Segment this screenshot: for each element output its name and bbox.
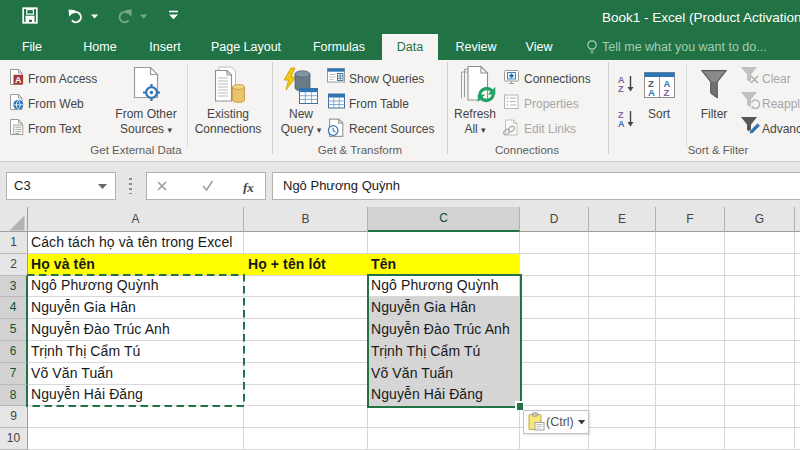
svg-text:fx: fx [243, 180, 254, 195]
svg-text:A: A [648, 87, 655, 98]
svg-text:A: A [618, 119, 625, 129]
svg-text:A: A [15, 75, 22, 85]
svg-text:Z: Z [618, 84, 624, 94]
svg-text:Z: Z [664, 87, 670, 98]
